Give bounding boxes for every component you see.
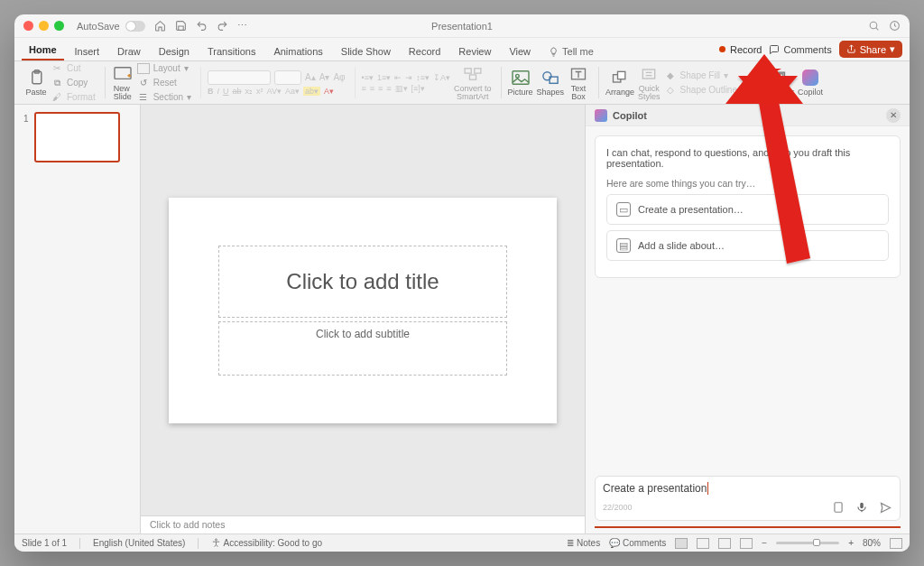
align-text-button[interactable]: [≡]▾ (411, 84, 425, 93)
picture-button[interactable]: Picture (506, 63, 535, 102)
arrange-button[interactable]: Arrange (604, 63, 636, 102)
numbering-button[interactable]: 1≡▾ (377, 73, 391, 82)
tab-animations[interactable]: Animations (266, 42, 329, 60)
align-left-button[interactable]: ≡ (362, 84, 366, 93)
close-window[interactable] (23, 21, 33, 31)
history-icon[interactable] (889, 20, 901, 32)
svg-rect-8 (513, 71, 529, 84)
increase-font-icon[interactable]: A▴ (305, 72, 316, 82)
tell-me[interactable]: Tell me (541, 42, 601, 60)
tab-view[interactable]: View (502, 42, 538, 60)
more-icon[interactable]: ⋯ (237, 20, 248, 32)
copilot-suggestion-create[interactable]: ▭ Create a presentation… (606, 194, 889, 225)
status-notes[interactable]: ≣ Notes (567, 538, 600, 548)
notes-pane[interactable]: Click to add notes (141, 515, 585, 534)
copilot-suggestion-add-slide[interactable]: ▤ Add a slide about… (606, 230, 889, 261)
layout-button[interactable]: Layout ▾ (137, 62, 191, 75)
view-slideshow-icon[interactable] (740, 538, 753, 549)
font-color-button[interactable]: A▾ (324, 87, 334, 96)
bold-button[interactable]: B (208, 87, 214, 96)
view-reading-icon[interactable] (718, 538, 731, 549)
window-controls (23, 21, 64, 31)
clear-format-icon[interactable]: Aφ (333, 72, 345, 82)
convert-smartart-button[interactable]: Convert to SmartArt (452, 63, 494, 102)
tab-insert[interactable]: Insert (68, 42, 107, 60)
copilot-input[interactable]: Create a presentation 22/2000 (595, 476, 901, 521)
share-button[interactable]: Share ▾ (839, 41, 902, 58)
status-comments[interactable]: 💬 Comments (609, 538, 666, 548)
zoom-slider[interactable] (776, 542, 839, 544)
highlight-button[interactable]: ab▾ (303, 87, 320, 96)
superscript-button[interactable]: x² (256, 87, 263, 96)
minimize-window[interactable] (39, 21, 49, 31)
italic-button[interactable]: I (217, 87, 220, 96)
zoom-level[interactable]: 80% (863, 538, 881, 548)
indent-button[interactable]: ⇥ (405, 73, 412, 82)
record-button[interactable]: Record (719, 44, 762, 55)
tab-draw[interactable]: Draw (110, 42, 148, 60)
designer-button[interactable]: Designer (760, 63, 796, 102)
shape-fill-button[interactable]: ◆Shape Fill ▾ (664, 70, 745, 82)
bullets-button[interactable]: •≡▾ (362, 73, 374, 82)
status-accessibility[interactable]: Accessibility: Good to go (211, 538, 322, 548)
slide-canvas[interactable]: Click to add title Click to add subtitle (141, 105, 585, 515)
view-sorter-icon[interactable] (697, 538, 709, 549)
strike-button[interactable]: ab (233, 87, 242, 96)
attachment-icon[interactable] (831, 500, 845, 515)
tab-slide-show[interactable]: Slide Show (334, 42, 398, 60)
quick-styles-button[interactable]: Quick Styles (636, 63, 662, 102)
justify-button[interactable]: ≡ (386, 84, 391, 93)
new-slide-button[interactable]: New Slide (110, 63, 135, 102)
tab-design[interactable]: Design (152, 42, 197, 60)
letter-spacing-button[interactable]: AV▾ (267, 87, 282, 96)
view-normal-icon[interactable] (675, 538, 688, 549)
subscript-button[interactable]: x₂ (245, 87, 254, 96)
text-direction-button[interactable]: ↧A▾ (433, 73, 450, 82)
copilot-button[interactable]: Copilot (796, 63, 825, 102)
copy-button[interactable]: ⧉Copy (51, 77, 96, 89)
tab-transitions[interactable]: Transitions (200, 42, 263, 60)
fit-to-window-icon[interactable] (890, 538, 902, 549)
line-spacing-button[interactable]: ↕≡▾ (416, 73, 430, 82)
font-size-select[interactable] (274, 70, 301, 85)
align-right-button[interactable]: ≡ (378, 84, 383, 93)
undo-icon[interactable] (196, 20, 208, 32)
tab-review[interactable]: Review (451, 42, 498, 60)
slide-icon: ▤ (616, 238, 631, 253)
format-painter-button[interactable]: 🖌Format (51, 91, 96, 104)
shapes-button[interactable]: Shapes (535, 63, 567, 102)
thumbnails-panel: 1 (14, 105, 141, 534)
copilot-close-button[interactable]: ✕ (886, 108, 901, 123)
cut-button[interactable]: ✂Cut (51, 62, 96, 75)
zoom-out-button[interactable]: − (762, 538, 767, 548)
textbox-button[interactable]: Text Box (566, 63, 591, 102)
tab-record[interactable]: Record (402, 42, 448, 60)
outdent-button[interactable]: ⇤ (394, 73, 402, 82)
slide-thumbnail[interactable] (34, 112, 120, 162)
shape-outline-button[interactable]: ◇Shape Outline ▾ (664, 84, 745, 97)
autosave-toggle[interactable]: AutoSave (77, 21, 145, 32)
tab-home[interactable]: Home (22, 41, 64, 60)
subtitle-placeholder[interactable]: Click to add subtitle (218, 321, 507, 376)
section-button[interactable]: ☰Section ▾ (137, 91, 191, 104)
zoom-in-button[interactable]: + (848, 538, 854, 548)
change-case-button[interactable]: Aa▾ (285, 87, 300, 96)
align-center-button[interactable]: ≡ (370, 84, 374, 93)
search-icon[interactable] (868, 20, 880, 32)
font-name-select[interactable] (208, 70, 271, 85)
columns-button[interactable]: ▥▾ (395, 84, 408, 93)
home-icon[interactable] (154, 20, 166, 32)
reset-button[interactable]: ↺Reset (137, 77, 191, 89)
underline-button[interactable]: U (223, 87, 229, 96)
paste-button[interactable]: Paste (23, 63, 49, 102)
zoom-window[interactable] (54, 21, 64, 31)
send-icon[interactable] (878, 500, 892, 515)
comments-button[interactable]: Comments (769, 44, 831, 55)
status-language[interactable]: English (United States) (93, 538, 185, 548)
microphone-icon[interactable] (855, 500, 869, 515)
autosave-switch[interactable] (125, 21, 145, 32)
redo-icon[interactable] (217, 20, 228, 32)
decrease-font-icon[interactable]: A▾ (319, 72, 330, 82)
title-placeholder[interactable]: Click to add title (218, 246, 507, 318)
save-icon[interactable] (175, 20, 187, 32)
